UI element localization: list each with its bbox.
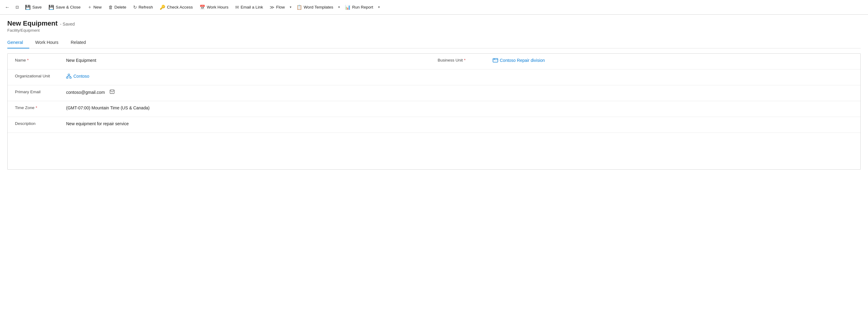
delete-label: Delete bbox=[115, 5, 126, 9]
business-unit-link[interactable]: Contoso Repair division bbox=[500, 58, 545, 63]
save-close-label: Save & Close bbox=[56, 5, 81, 9]
email-link-button[interactable]: ✉ Email a Link bbox=[232, 3, 266, 12]
form-row-email: Primary Email contoso@gmail.com bbox=[8, 85, 860, 101]
flow-button[interactable]: ≫ Flow bbox=[267, 3, 288, 12]
work-hours-label: Work Hours bbox=[207, 5, 228, 9]
run-report-button[interactable]: 📊 Run Report bbox=[342, 3, 376, 12]
refresh-icon: ↻ bbox=[133, 5, 137, 10]
name-label: Name* bbox=[8, 54, 62, 67]
description-value[interactable]: New equipment for repair service bbox=[62, 117, 434, 131]
flow-chevron-down-icon: ▾ bbox=[290, 5, 291, 9]
check-access-label: Check Access bbox=[167, 5, 193, 9]
email-right-empty bbox=[434, 85, 861, 101]
email-text: contoso@gmail.com bbox=[66, 90, 105, 95]
toolbar: ← ⊡ 💾 Save 💾 Save & Close ＋ New 🗑 Delete… bbox=[0, 0, 868, 14]
form-row-org-unit: Organizational Unit Contoso bbox=[8, 69, 860, 85]
description-label: Description bbox=[8, 117, 62, 130]
timezone-field-left: Time Zone* (GMT-07:00) Mountain Time (US… bbox=[8, 101, 434, 117]
work-hours-button[interactable]: 📅 Work Hours bbox=[196, 3, 231, 12]
delete-button[interactable]: 🗑 Delete bbox=[105, 3, 129, 11]
tab-general[interactable]: General bbox=[7, 37, 29, 49]
org-unit-right-empty bbox=[434, 69, 861, 85]
flow-label: Flow bbox=[276, 5, 285, 9]
flow-icon: ≫ bbox=[270, 5, 275, 10]
timezone-right-empty bbox=[434, 101, 861, 117]
form-row-name: Name* New Equipment Business Unit* Conto… bbox=[8, 54, 860, 69]
org-unit-icon bbox=[66, 74, 71, 79]
word-templates-chevron-down-icon: ▾ bbox=[338, 5, 340, 9]
new-icon: ＋ bbox=[87, 4, 92, 10]
run-report-label: Run Report bbox=[352, 5, 373, 9]
svg-rect-3 bbox=[70, 77, 71, 78]
window-restore-icon: ⊡ bbox=[16, 5, 19, 9]
description-field-left: Description New equipment for repair ser… bbox=[8, 117, 434, 132]
run-report-dropdown-button[interactable]: ▾ bbox=[376, 3, 381, 11]
svg-rect-1 bbox=[68, 74, 69, 75]
word-templates-button[interactable]: 📋 Word Templates bbox=[293, 3, 336, 12]
business-unit-value[interactable]: Contoso Repair division bbox=[489, 54, 861, 67]
flow-dropdown-button[interactable]: ▾ bbox=[288, 3, 293, 11]
name-value[interactable]: New Equipment bbox=[62, 54, 434, 67]
business-unit-icon bbox=[493, 58, 498, 62]
saved-status: - Saved bbox=[60, 22, 75, 27]
page-subtitle: Facility/Equipment bbox=[7, 28, 861, 33]
primary-email-value[interactable]: contoso@gmail.com bbox=[62, 85, 434, 99]
run-report-icon: 📊 bbox=[345, 5, 351, 10]
form-empty-space bbox=[8, 133, 860, 170]
email-link-icon: ✉ bbox=[235, 5, 239, 10]
new-button[interactable]: ＋ New bbox=[84, 2, 105, 12]
tab-related[interactable]: Related bbox=[71, 37, 92, 49]
check-access-icon: 🔑 bbox=[160, 5, 165, 10]
save-icon: 💾 bbox=[25, 5, 31, 10]
primary-email-label: Primary Email bbox=[8, 85, 62, 98]
word-templates-icon: 📋 bbox=[297, 5, 302, 10]
email-field-left: Primary Email contoso@gmail.com bbox=[8, 85, 434, 101]
org-unit-value[interactable]: Contoso bbox=[62, 69, 434, 83]
svg-rect-0 bbox=[493, 59, 498, 62]
form-row-description: Description New equipment for repair ser… bbox=[8, 117, 860, 133]
time-zone-required: * bbox=[36, 105, 37, 110]
check-access-button[interactable]: 🔑 Check Access bbox=[157, 3, 196, 12]
run-report-chevron-down-icon: ▾ bbox=[378, 5, 380, 9]
tabs: General Work Hours Related bbox=[7, 37, 861, 49]
time-zone-value[interactable]: (GMT-07:00) Mountain Time (US & Canada) bbox=[62, 101, 434, 115]
run-report-button-group: 📊 Run Report ▾ bbox=[342, 3, 381, 12]
form-container: Name* New Equipment Business Unit* Conto… bbox=[7, 53, 861, 170]
svg-rect-4 bbox=[110, 90, 114, 94]
business-unit-field-right: Business Unit* Contoso Repair division bbox=[434, 54, 861, 69]
org-unit-link[interactable]: Contoso bbox=[73, 74, 89, 79]
org-unit-field-left: Organizational Unit Contoso bbox=[8, 69, 434, 85]
word-templates-button-group: 📋 Word Templates ▾ bbox=[293, 3, 341, 12]
page-title: New Equipment bbox=[7, 20, 58, 27]
email-action-icon[interactable] bbox=[110, 90, 115, 95]
work-hours-icon: 📅 bbox=[199, 5, 205, 10]
save-button[interactable]: 💾 Save bbox=[22, 3, 45, 12]
form-row-timezone: Time Zone* (GMT-07:00) Mountain Time (US… bbox=[8, 101, 860, 117]
save-close-icon: 💾 bbox=[49, 5, 54, 10]
flow-button-group: ≫ Flow ▾ bbox=[267, 3, 293, 12]
back-icon: ← bbox=[5, 5, 10, 10]
refresh-button[interactable]: ↻ Refresh bbox=[130, 3, 156, 12]
name-field-left: Name* New Equipment bbox=[8, 54, 434, 69]
business-unit-label: Business Unit* bbox=[434, 54, 489, 67]
email-link-label: Email a Link bbox=[241, 5, 263, 9]
save-close-button[interactable]: 💾 Save & Close bbox=[45, 3, 84, 12]
page-header: New Equipment - Saved Facility/Equipment… bbox=[0, 14, 868, 49]
delete-icon: 🗑 bbox=[108, 5, 113, 10]
word-templates-label: Word Templates bbox=[304, 5, 333, 9]
window-restore-button[interactable]: ⊡ bbox=[13, 3, 21, 11]
name-required: * bbox=[27, 58, 29, 62]
refresh-label: Refresh bbox=[138, 5, 153, 9]
time-zone-label: Time Zone* bbox=[8, 101, 62, 114]
business-unit-required: * bbox=[464, 58, 466, 62]
description-right-empty bbox=[434, 117, 861, 132]
save-label: Save bbox=[32, 5, 42, 9]
back-button[interactable]: ← bbox=[2, 2, 12, 12]
org-unit-label: Organizational Unit bbox=[8, 69, 62, 83]
word-templates-dropdown-button[interactable]: ▾ bbox=[336, 3, 341, 11]
new-label: New bbox=[94, 5, 102, 9]
svg-rect-2 bbox=[66, 77, 68, 78]
tab-work-hours[interactable]: Work Hours bbox=[35, 37, 65, 49]
